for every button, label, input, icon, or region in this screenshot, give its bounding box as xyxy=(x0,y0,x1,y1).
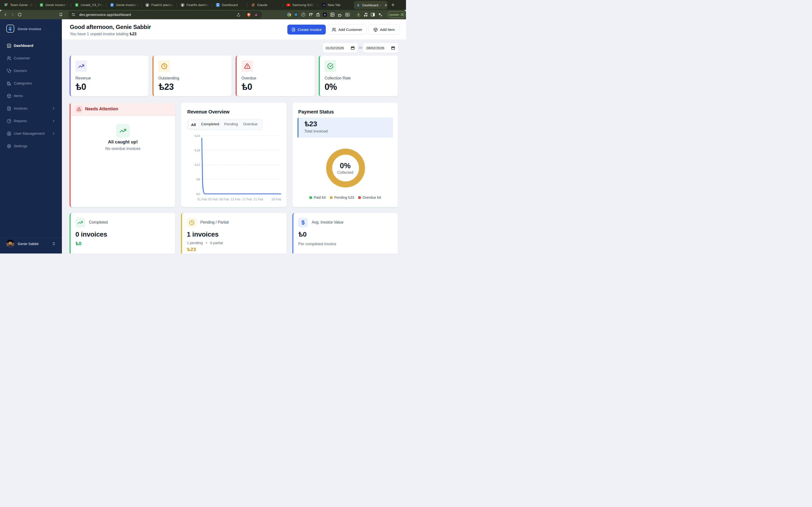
svg-text:01 Feb: 01 Feb xyxy=(197,198,207,201)
svg-text:ѣ0: ѣ0 xyxy=(196,192,200,196)
svg-text:ѣ24: ѣ24 xyxy=(195,134,200,137)
svg-text:17 Feb: 17 Feb xyxy=(242,198,252,201)
svg-text:09 Feb: 09 Feb xyxy=(219,198,229,201)
svg-text:05 Feb: 05 Feb xyxy=(208,198,218,201)
svg-text:ѣ12: ѣ12 xyxy=(195,163,200,167)
svg-text:ѣ6: ѣ6 xyxy=(196,177,200,181)
svg-text:28 Feb: 28 Feb xyxy=(271,198,281,201)
svg-text:13 Feb: 13 Feb xyxy=(231,198,240,201)
svg-text:21 Feb: 21 Feb xyxy=(254,198,263,201)
svg-text:ѣ18: ѣ18 xyxy=(195,149,200,152)
